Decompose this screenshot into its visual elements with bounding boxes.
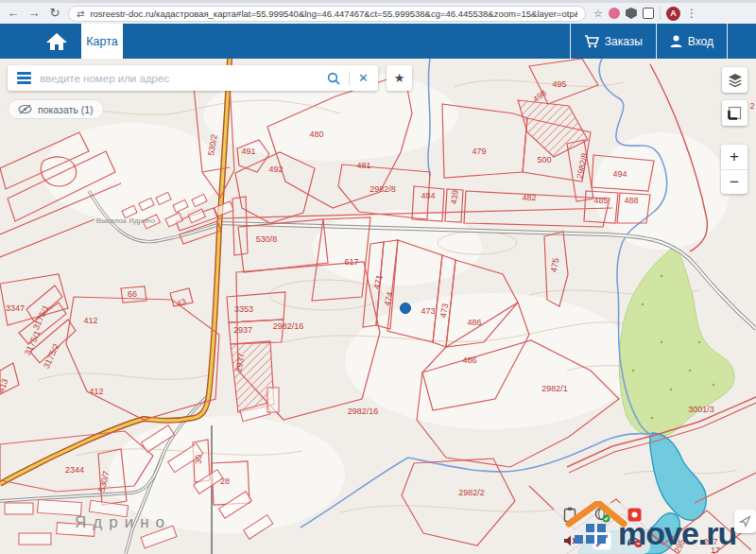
parcel-label: 2982/8 [369,184,396,194]
parcel-label: 479 [472,147,486,156]
select-area-button[interactable] [722,100,747,126]
extension-icon[interactable] [609,8,620,19]
site-info-icon[interactable]: ⇄ [77,9,84,19]
parcel-label: 530/8 [256,234,278,244]
parcel-label: 412 [83,316,97,325]
map-container: 530/24914924804812982/848443947950048249… [0,59,756,554]
cadastral-map[interactable]: 530/24914924804812982/848443947950048249… [0,59,756,554]
search-input[interactable] [40,73,318,84]
parcel-label: 473 [421,306,435,316]
home-icon [45,32,68,51]
app-header: Карта Заказы Вход [0,24,756,59]
parcel-label: 2982/16 [273,321,304,331]
reload-icon[interactable]: ↻ [47,4,62,23]
parcel-label: 481 [356,161,370,170]
login-label: Вход [688,35,713,48]
zoom-out-button[interactable]: − [721,169,747,194]
browser-menu-icon[interactable]: ⋮ [686,7,698,20]
favorites-button[interactable]: ★ [387,65,412,91]
extension-shield-icon[interactable] [626,8,637,19]
bookmark-star-icon[interactable]: ☆ [593,8,603,20]
profile-avatar[interactable]: А [666,7,680,21]
search-bar: ✕ [8,65,378,91]
browser-toolbar: ← → ↻ ⇄ rosreestr-doc.ru/кадастровая_кар… [0,0,756,24]
parcel-label: 486 [467,318,481,327]
show-results-button[interactable]: показать (1) [8,99,104,119]
parcel-label: 2344 [65,465,84,475]
parcel-label: 3347 [6,303,25,313]
user-icon [670,35,682,48]
overlay-tool-panel [554,503,650,554]
tab-map-label: Карта [86,35,117,48]
parcel-label: 66 [128,289,137,299]
speaker-icon[interactable] [563,534,577,547]
tab-map[interactable]: Карта [81,24,123,59]
parcel-label: 2937 [233,325,252,335]
parcel-label: 439 [449,190,460,205]
parcel-label: 28 [220,476,230,486]
parcel-label: 486 [462,355,476,365]
extension-box-icon[interactable] [643,8,654,19]
menu-icon[interactable] [17,72,31,84]
pen-icon[interactable] [593,531,611,550]
place-label: Ядрино [75,513,171,531]
parcel-label: 488 [624,196,638,205]
layers-button[interactable] [722,67,747,93]
url-text[interactable]: rosreestr-doc.ru/кадастровая_карта#lat=5… [90,9,577,19]
navigation-arrow-icon [739,515,751,528]
place-label: Выселок Ядрино [96,216,156,225]
selected-parcel-marker[interactable] [401,303,411,314]
back-icon[interactable]: ← [6,4,21,23]
parcel-label: 495 [552,79,566,89]
orders-button[interactable]: Заказы [570,24,656,59]
parcel-label: 480 [309,130,323,139]
cart-icon [584,35,599,48]
record-icon[interactable] [627,508,642,522]
locate-button[interactable] [734,510,756,533]
address-bar[interactable]: ⇄ rosreestr-doc.ru/кадастровая_карта#lat… [68,6,586,22]
parcel-label: 617 [344,257,358,267]
orders-label: Заказы [605,35,643,48]
parcel-label: 492 [268,164,283,174]
zoom-in-button[interactable]: + [721,145,747,169]
parcel-label: 491 [241,147,255,156]
parcel-label: 484 [421,191,435,200]
toolbar-divider [660,7,661,20]
area-icon [728,106,742,120]
zoom-controls: + − [721,145,747,194]
parcel-label: 500 [537,155,551,164]
parcel-label: 494 [612,169,627,179]
parcel-label: 482 [522,193,536,202]
show-results-label: показать (1) [38,104,94,115]
login-button[interactable]: Вход [656,24,728,59]
parcel-label: 485 [593,196,608,205]
parcel-label: 3353 [234,304,253,314]
parcel-label: 2982/1 [541,384,568,393]
forward-icon[interactable]: → [26,4,42,23]
search-icon[interactable] [327,72,340,85]
parcel-label: 3001/3 [688,405,714,414]
home-button[interactable] [32,24,81,59]
clipboard-icon[interactable] [563,507,576,523]
parcel-label: 412 [89,387,103,396]
clear-search-icon[interactable]: ✕ [358,71,369,85]
layers-icon [728,73,743,88]
parcel-label: 2982/16 [348,407,379,416]
parcel-label: 2 [749,101,754,111]
parcel-label: 30 [194,455,203,464]
parcel-label: 2982/2 [458,488,485,497]
globe-check-icon[interactable] [594,507,610,523]
eye-off-icon [18,104,32,114]
parcel-label: 17 [711,545,720,554]
search-divider [349,71,350,86]
headset-icon[interactable] [627,533,643,547]
